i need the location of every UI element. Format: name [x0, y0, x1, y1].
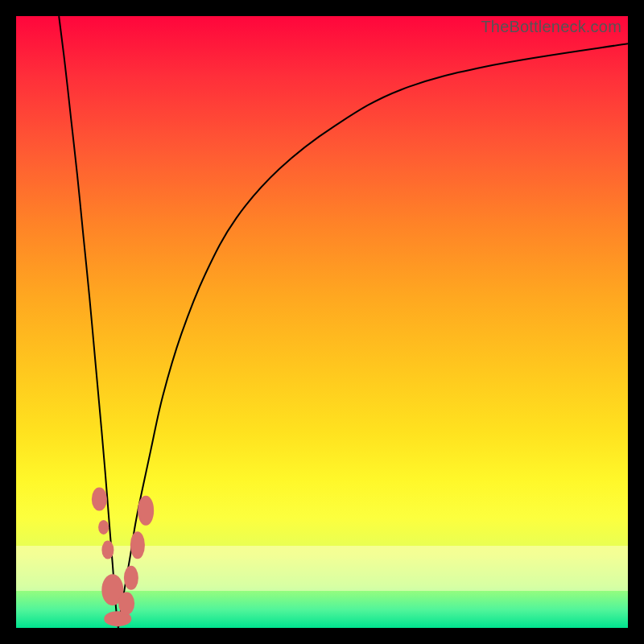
bottleneck-curve [16, 16, 628, 628]
blob-9 [138, 496, 154, 525]
curve-left-branch [59, 16, 118, 628]
outer-frame: TheBottleneck.com [0, 0, 644, 644]
blob-6 [118, 592, 134, 615]
blob-2 [98, 519, 109, 534]
blob-3 [101, 540, 114, 559]
blob-1 [92, 488, 106, 511]
curve-right-branch [118, 43, 628, 628]
plot-area: TheBottleneck.com [16, 16, 628, 628]
